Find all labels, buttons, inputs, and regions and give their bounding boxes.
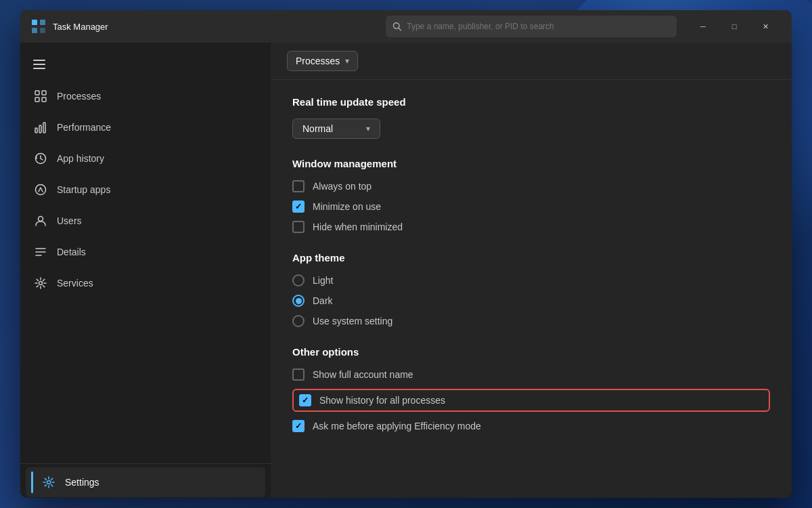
- real-time-update-title: Real time update speed: [292, 96, 770, 108]
- hide-when-minimized-label: Hide when minimized: [313, 221, 403, 232]
- theme-dark-row[interactable]: Dark: [292, 295, 770, 307]
- history-icon: [34, 152, 47, 165]
- minimize-on-use-row[interactable]: Minimize on use: [292, 200, 770, 213]
- app-theme-title: App theme: [292, 252, 770, 263]
- sidebar-item-details[interactable]: Details: [26, 237, 265, 267]
- minimize-button[interactable]: ─: [687, 16, 719, 37]
- search-input[interactable]: [407, 22, 670, 31]
- sidebar-bottom: Settings: [20, 463, 271, 498]
- titlebar: Task Manager ─ □ ✕: [20, 10, 792, 43]
- svg-point-22: [39, 282, 43, 285]
- search-bar[interactable]: [386, 16, 677, 37]
- app-icon: [31, 19, 46, 34]
- sidebar-item-app-history-label: App history: [57, 153, 104, 164]
- real-time-update-section: Real time update speed Normal ▾: [292, 96, 770, 139]
- ask-before-efficiency-checkbox[interactable]: [292, 420, 304, 432]
- svg-point-23: [47, 481, 51, 484]
- details-icon: [34, 245, 47, 259]
- window-title: Task Manager: [53, 22, 386, 32]
- grid-icon: [34, 89, 47, 103]
- svg-rect-8: [33, 68, 45, 69]
- sidebar-item-settings-label: Settings: [65, 477, 99, 488]
- svg-line-5: [399, 28, 401, 30]
- sidebar-item-services[interactable]: Services: [26, 268, 265, 298]
- theme-dark-radio[interactable]: [292, 295, 304, 307]
- svg-point-17: [36, 185, 46, 195]
- svg-rect-9: [35, 91, 39, 95]
- other-options-section: Other options Show full account name Sho…: [292, 346, 770, 432]
- show-history-all-checkbox[interactable]: [299, 394, 311, 406]
- svg-rect-15: [43, 123, 45, 133]
- sidebar: Processes Performance: [20, 43, 271, 498]
- always-on-top-checkbox[interactable]: [292, 180, 304, 192]
- sidebar-item-details-label: Details: [57, 247, 86, 257]
- close-button[interactable]: ✕: [750, 16, 781, 37]
- gear-icon: [42, 475, 55, 489]
- main-content: Processes ▾ Real time update speed Norma…: [271, 43, 792, 498]
- sidebar-item-processes[interactable]: Processes: [26, 81, 265, 111]
- sidebar-item-processes-label: Processes: [57, 91, 101, 102]
- svg-rect-1: [40, 20, 45, 25]
- maximize-button[interactable]: □: [719, 16, 750, 37]
- update-speed-dropdown[interactable]: Normal ▾: [292, 119, 380, 139]
- theme-system-label: Use system setting: [313, 316, 392, 326]
- sidebar-item-settings[interactable]: Settings: [26, 467, 265, 497]
- sidebar-menu-button[interactable]: [26, 51, 53, 78]
- svg-rect-2: [32, 28, 37, 33]
- processes-dropdown-arrow: ▾: [345, 56, 349, 66]
- theme-dark-label: Dark: [313, 295, 333, 306]
- sidebar-item-users-label: Users: [57, 215, 82, 226]
- svg-rect-0: [32, 20, 37, 25]
- theme-light-row[interactable]: Light: [292, 274, 770, 287]
- content-header: Processes ▾: [271, 43, 792, 80]
- task-manager-window: Task Manager ─ □ ✕: [20, 10, 792, 498]
- svg-rect-7: [33, 64, 45, 65]
- svg-point-18: [39, 217, 43, 221]
- window-controls: ─ □ ✕: [687, 16, 781, 37]
- sidebar-item-startup-apps[interactable]: Startup apps: [26, 175, 265, 205]
- sidebar-item-app-history[interactable]: App history: [26, 144, 265, 173]
- theme-light-label: Light: [313, 275, 333, 286]
- always-on-top-label: Always on top: [313, 181, 371, 192]
- always-on-top-row[interactable]: Always on top: [292, 180, 770, 192]
- hide-when-minimized-row[interactable]: Hide when minimized: [292, 221, 770, 233]
- show-history-all-label: Show history for all processes: [319, 395, 445, 406]
- svg-rect-6: [33, 60, 45, 61]
- show-history-all-row[interactable]: Show history for all processes: [292, 389, 770, 412]
- window-management-title: Window management: [292, 158, 770, 169]
- settings-content: Real time update speed Normal ▾ Window m…: [271, 80, 792, 467]
- performance-icon: [34, 121, 47, 134]
- users-icon: [34, 214, 47, 228]
- processes-dropdown-label: Processes: [296, 56, 340, 66]
- window-body: Processes Performance: [20, 43, 792, 498]
- services-icon: [34, 276, 47, 290]
- update-speed-value: Normal: [302, 123, 333, 134]
- show-full-account-label: Show full account name: [313, 369, 413, 380]
- app-theme-section: App theme Light Dark Use system setting: [292, 252, 770, 327]
- minimize-on-use-label: Minimize on use: [313, 201, 381, 212]
- ask-before-efficiency-label: Ask me before applying Efficiency mode: [313, 421, 481, 431]
- startup-icon: [34, 183, 47, 196]
- sidebar-item-performance[interactable]: Performance: [26, 112, 265, 142]
- svg-rect-3: [40, 28, 45, 33]
- svg-rect-11: [35, 98, 39, 102]
- sidebar-item-services-label: Services: [57, 278, 93, 289]
- other-options-title: Other options: [292, 346, 770, 358]
- processes-dropdown[interactable]: Processes ▾: [287, 51, 358, 71]
- sidebar-item-startup-apps-label: Startup apps: [57, 184, 110, 195]
- show-full-account-row[interactable]: Show full account name: [292, 368, 770, 381]
- svg-rect-12: [42, 98, 46, 102]
- show-full-account-checkbox[interactable]: [292, 368, 304, 381]
- theme-light-radio[interactable]: [292, 274, 304, 287]
- minimize-on-use-checkbox[interactable]: [292, 200, 304, 213]
- theme-system-row[interactable]: Use system setting: [292, 315, 770, 327]
- hide-when-minimized-checkbox[interactable]: [292, 221, 304, 233]
- svg-rect-14: [39, 125, 41, 133]
- svg-rect-13: [35, 128, 37, 133]
- ask-before-efficiency-row[interactable]: Ask me before applying Efficiency mode: [292, 420, 770, 432]
- svg-rect-10: [42, 91, 46, 95]
- search-icon: [392, 22, 401, 31]
- theme-system-radio[interactable]: [292, 315, 304, 327]
- hamburger-icon: [33, 60, 45, 69]
- sidebar-item-users[interactable]: Users: [26, 206, 265, 236]
